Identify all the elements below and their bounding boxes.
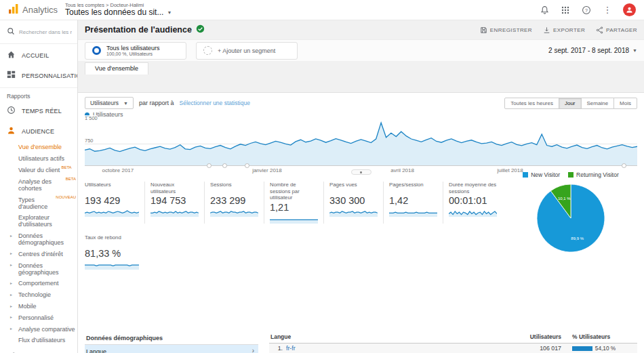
sidebar-item-label: PERSONNALISATION bbox=[22, 72, 78, 79]
metric-card[interactable]: Pages/session 1,42 bbox=[383, 182, 443, 224]
col-header-language[interactable]: Langue bbox=[269, 333, 512, 340]
save-button[interactable]: ENREGISTRER bbox=[480, 26, 532, 34]
sidebar-subitem-label: Mobile bbox=[18, 303, 37, 310]
granularity-button[interactable]: Mois bbox=[613, 98, 637, 109]
x-axis-label: janvier 2018 bbox=[252, 167, 282, 173]
timeline-toggle[interactable] bbox=[351, 169, 371, 175]
analytics-app: Analytics Tous les comptes > Docteur-Hal… bbox=[0, 0, 644, 353]
tab-overview[interactable]: Vue d'ensemble bbox=[85, 62, 148, 75]
save-label: ENREGISTRER bbox=[490, 27, 532, 33]
sidebar-subitem[interactable]: ▸ Comportement bbox=[18, 278, 77, 289]
visitor-pie-chart[interactable]: 89,9 %10,1 % bbox=[536, 183, 606, 253]
bell-icon[interactable] bbox=[539, 5, 550, 16]
chevron-down-icon: ▼ bbox=[123, 101, 128, 106]
sidebar-subitem[interactable]: Types d'audience NOUVEAU bbox=[18, 194, 77, 212]
metric-card[interactable]: Durée moyenne des sessions 00:01:01 bbox=[443, 182, 502, 224]
top-header: Analytics Tous les comptes > Docteur-Hal… bbox=[0, 0, 644, 20]
sidebar-subitem[interactable]: ▸ Technologie bbox=[18, 289, 77, 301]
sidebar-subitem[interactable]: Valeur du client BETA bbox=[18, 165, 77, 176]
sidebar-subitem[interactable]: Flux d'utilisateurs bbox=[18, 335, 77, 346]
panel-section: Données démographiques Langue› Pays Vill… bbox=[85, 331, 258, 353]
avatar[interactable] bbox=[623, 3, 636, 16]
export-button[interactable]: EXPORTER bbox=[543, 26, 585, 34]
metric-card[interactable]: Utilisateurs 193 429 bbox=[85, 182, 144, 224]
metric-card[interactable]: Nouveaux utilisateurs 194 753 bbox=[144, 182, 204, 224]
pie-legend-item[interactable]: Returning Visitor bbox=[568, 171, 619, 178]
metric-sparkline bbox=[85, 208, 139, 217]
sidebar-subitem-label: Centres d'intérêt bbox=[18, 251, 63, 257]
metric-card[interactable]: Sessions 233 299 bbox=[204, 182, 264, 224]
y-tick-750: 750 bbox=[85, 138, 94, 144]
legend-label: Returning Visitor bbox=[576, 171, 619, 178]
sidebar-subitem[interactable]: ▸ Données démographiques bbox=[18, 230, 77, 249]
metric-card[interactable]: Pages vues 330 300 bbox=[323, 182, 383, 224]
svg-text:89,9 %: 89,9 % bbox=[571, 236, 584, 241]
metric-select-value: Utilisateurs bbox=[90, 100, 119, 106]
metric-value: 1,21 bbox=[270, 202, 318, 213]
granularity-button[interactable]: Toutes les heures bbox=[504, 98, 559, 109]
granularity-group: Toutes les heuresJourSemaineMois bbox=[504, 98, 637, 109]
visitor-pie-block: New Visitor Returning Visitor 89,9 %10,1… bbox=[503, 171, 639, 253]
sidebar-subitem[interactable]: Analyse des cohortes BETA bbox=[18, 175, 77, 194]
sidebar-item-acquisition[interactable]: ACQUISITION bbox=[0, 348, 77, 353]
metric-select[interactable]: Utilisateurs ▼ bbox=[85, 97, 134, 109]
chevron-down-icon: ▼ bbox=[632, 48, 637, 53]
metric-label: Pages vues bbox=[329, 182, 378, 194]
metric-sparkline bbox=[449, 208, 497, 217]
date-range-selector[interactable]: 2 sept. 2017 - 8 sept. 2018 ▼ bbox=[548, 47, 637, 54]
sidebar-subitem[interactable]: ▸ Centres d'intérêt bbox=[18, 248, 77, 259]
granularity-button[interactable]: Semaine bbox=[581, 98, 615, 109]
sidebar-subitem[interactable]: Explorateur d'utilisateurs bbox=[18, 212, 77, 230]
panel-item[interactable]: Langue› bbox=[85, 345, 258, 353]
sidebar-item-home[interactable]: ACCUEIL bbox=[0, 45, 77, 66]
sidebar-search[interactable] bbox=[0, 20, 77, 42]
share-label: PARTAGER bbox=[606, 27, 637, 33]
property-selector[interactable]: Toutes les données du sit... ▼ bbox=[65, 8, 172, 17]
col-header-pct-users[interactable]: % Utilisateurs bbox=[561, 333, 637, 340]
page-title: Présentation de l'audience bbox=[85, 25, 192, 35]
users-value: 106 017 bbox=[512, 345, 561, 352]
more-vert-icon[interactable]: ⋮ bbox=[602, 5, 613, 16]
expand-arrow-icon: ▸ bbox=[10, 251, 12, 255]
sidebar-subitem[interactable]: ▸ Analyse comparative bbox=[18, 323, 77, 335]
metric-value: 193 429 bbox=[85, 195, 139, 206]
new-badge: NOUVEAU bbox=[56, 195, 76, 199]
language-link[interactable]: fr-fr bbox=[286, 345, 512, 352]
sidebar-subitem-label: Technologie bbox=[18, 291, 51, 298]
granularity-button[interactable]: Jour bbox=[559, 98, 582, 109]
sidebar-subitem[interactable]: ▸ Mobile bbox=[18, 301, 77, 312]
sidebar-subitem[interactable]: ▸ Données géographiques bbox=[18, 259, 77, 278]
add-segment-button[interactable]: + Ajouter un segment bbox=[196, 42, 298, 60]
sidebar-subitem[interactable]: ▸ Personnalisé bbox=[18, 312, 77, 323]
svg-text:10,1 %: 10,1 % bbox=[558, 196, 571, 201]
sidebar-subitem[interactable]: Vue d'ensemble bbox=[18, 142, 77, 153]
axis-annotation-marker[interactable] bbox=[245, 163, 249, 168]
sidebar-item-realtime[interactable]: TEMPS RÉEL bbox=[0, 101, 77, 121]
select-metric-link[interactable]: Sélectionner une statistique bbox=[180, 100, 250, 106]
col-header-users[interactable]: Utilisateurs bbox=[512, 333, 561, 340]
segment-all-users[interactable]: Tous les utilisateurs 100,00 %, Utilisat… bbox=[85, 42, 186, 60]
metric-value: 81,33 % bbox=[85, 248, 139, 259]
sidebar-item-customization[interactable]: PERSONNALISATION bbox=[0, 66, 77, 86]
pie-legend-item[interactable]: New Visitor bbox=[523, 171, 560, 178]
date-range-value: 2 sept. 2017 - 8 sept. 2018 bbox=[548, 47, 629, 54]
share-button[interactable]: PARTAGER bbox=[596, 26, 637, 34]
timeseries-chart[interactable]: 1 500 750 bbox=[85, 121, 637, 166]
search-input[interactable] bbox=[19, 29, 72, 35]
clock-icon bbox=[7, 105, 16, 117]
new-badge: BETA bbox=[66, 177, 76, 181]
sidebar-item-audience[interactable]: AUDIENCE bbox=[0, 121, 77, 142]
apps-grid-icon[interactable] bbox=[560, 5, 571, 16]
help-icon[interactable]: ? bbox=[581, 5, 592, 16]
metric-sparkline bbox=[210, 208, 258, 217]
sidebar-subitem[interactable]: Utilisateurs actifs bbox=[18, 153, 77, 165]
timeseries-svg bbox=[85, 121, 637, 165]
metric-value: 00:01:01 bbox=[449, 195, 497, 206]
pie-legend: New Visitor Returning Visitor bbox=[503, 171, 639, 178]
metric-card[interactable]: Nombre de sessions par utilisateur 1,21 bbox=[264, 182, 323, 224]
metric-card[interactable]: Taux de rebond 81,33 % bbox=[85, 234, 144, 270]
table-row[interactable]: 1. fr-fr 106 017 54,10 % bbox=[269, 344, 637, 353]
x-axis-label: avril 2018 bbox=[390, 167, 414, 173]
demographics-panel: Données démographiques Langue› Pays Vill… bbox=[85, 331, 258, 353]
brand[interactable]: Analytics bbox=[8, 3, 58, 17]
